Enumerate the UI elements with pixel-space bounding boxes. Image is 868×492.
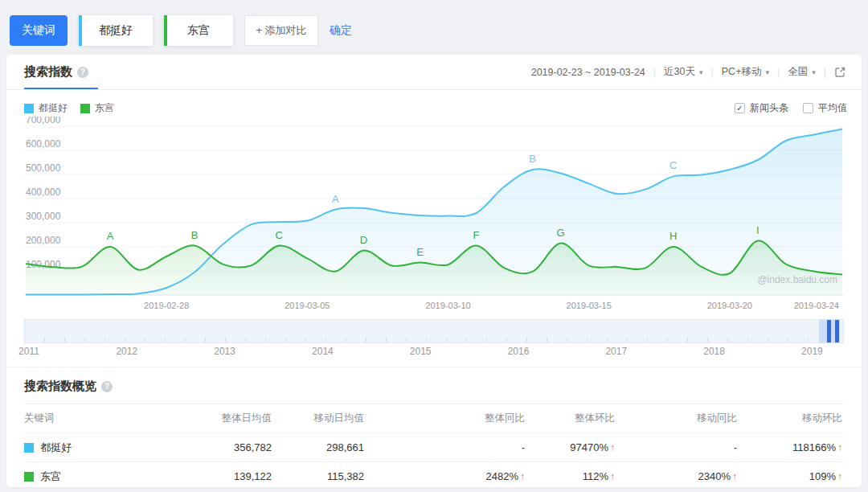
news-marker-东宫-A: A <box>107 230 114 242</box>
column-header: 整体同比 <box>366 412 526 425</box>
card-header: 搜索指数 ? 2019-02-23 ~ 2019-03-24 | 近30天 ▾ … <box>6 55 862 90</box>
value-cell: 109%↑ <box>739 470 844 482</box>
separator: | <box>711 67 714 78</box>
legend-swatch-blue <box>24 104 34 113</box>
value-cell: 298,661 <box>273 441 366 453</box>
chevron-down-icon: ▾ <box>765 68 769 76</box>
separator: | <box>824 67 826 78</box>
confirm-button[interactable]: 确定 <box>330 23 352 38</box>
timeline-year-2011: 2011 <box>18 346 39 357</box>
news-marker-东宫-F: F <box>473 229 480 241</box>
range-select[interactable]: 近30天 ▾ <box>664 65 702 79</box>
legend-label-1: 都挺好 <box>39 101 68 115</box>
help-icon[interactable]: ? <box>101 381 113 392</box>
keyword-color-swatch <box>24 472 34 482</box>
watermark: @index.baidu.com <box>757 274 837 285</box>
timeline-handle-left[interactable] <box>827 320 831 342</box>
legend-swatch-green <box>80 104 90 113</box>
column-header: 关键词 <box>24 412 177 425</box>
chevron-down-icon: ▾ <box>699 68 703 76</box>
tab-search-index[interactable]: 搜索指数 ? <box>24 55 88 89</box>
y-axis-tick-label: 500,000 <box>26 162 61 174</box>
legend-row: 都挺好 东宫 ✓ 新闻头条 平均值 <box>6 90 862 115</box>
news-marker-东宫-I: I <box>756 224 760 236</box>
separator: | <box>653 67 656 78</box>
value-cell: - <box>616 441 739 453</box>
news-headlines-label: 新闻头条 <box>750 101 788 115</box>
column-header: 移动同比 <box>616 412 739 425</box>
checkbox-checked-icon: ✓ <box>735 103 745 113</box>
overview-header-row: 关键词整体日均值移动日均值整体同比整体环比移动同比移动环比 <box>24 404 844 433</box>
news-marker-东宫-D: D <box>360 234 367 246</box>
table-row: 东宫139,122115,3822482%↑112%↑2340%↑109%↑ <box>24 461 844 487</box>
value-cell: 112%↑ <box>526 470 616 482</box>
column-header: 整体环比 <box>526 412 616 425</box>
x-axis-tick-label: 2019-03-24 <box>794 301 839 310</box>
y-axis-tick-label: 600,000 <box>26 138 61 150</box>
news-marker-东宫-G: G <box>557 227 565 239</box>
timeline-container: 201120122013201420152016201720182019 <box>6 319 862 360</box>
export-icon[interactable] <box>834 66 847 79</box>
up-arrow-icon: ↑ <box>732 471 737 482</box>
timeline-year-2015: 2015 <box>410 346 432 357</box>
overview-section: 搜索指数概览 ? 关键词整体日均值移动日均值整体同比整体环比移动同比移动环比都挺… <box>6 367 862 487</box>
timeline-ticks <box>25 338 843 342</box>
average-label: 平均值 <box>818 101 847 115</box>
keyword-input-2-value: 东宫 <box>187 23 210 38</box>
news-headlines-checkbox[interactable]: ✓ 新闻头条 <box>735 101 788 115</box>
chart-container: 100,000200,000300,000400,000500,000600,0… <box>6 117 862 318</box>
y-axis-tick-label: 700,000 <box>26 117 61 125</box>
timeline-year-2017: 2017 <box>605 346 627 357</box>
keyword-toolbar: 关键词 都挺好 东宫 + 添加对比 确定 <box>0 0 868 50</box>
active-tab-indicator <box>24 88 98 89</box>
legend-item-1[interactable]: 都挺好 <box>24 101 68 115</box>
timeline-slider-track[interactable] <box>24 319 844 343</box>
overview-title: 搜索指数概览 ? <box>24 379 844 404</box>
keyword-input-1-value: 都挺好 <box>99 23 133 38</box>
y-axis-tick-label: 400,000 <box>26 187 61 198</box>
average-checkbox[interactable]: 平均值 <box>803 101 847 115</box>
keyword-name: 都挺好 <box>40 441 72 455</box>
timeline-year-2018: 2018 <box>703 346 725 357</box>
help-icon[interactable]: ? <box>77 67 88 78</box>
up-arrow-icon: ↑ <box>837 471 842 482</box>
chart-legend: 都挺好 东宫 <box>24 101 114 115</box>
timeline-year-labels: 201120122013201420152016201720182019 <box>24 346 844 360</box>
value-cell: - <box>366 441 526 453</box>
column-header: 整体日均值 <box>177 412 273 425</box>
region-select[interactable]: 全国 ▾ <box>788 65 816 79</box>
page-title: 搜索指数 <box>24 64 72 80</box>
x-axis-tick-label: 2019-02-28 <box>144 301 189 310</box>
keyword-button[interactable]: 关键词 <box>10 15 68 46</box>
table-row: 都挺好356,782298,661-97470%↑-118166%↑ <box>24 433 844 461</box>
range-select-value: 近30天 <box>664 65 695 79</box>
news-marker-东宫-B: B <box>191 229 199 241</box>
separator: | <box>777 67 780 78</box>
value-cell: 2340%↑ <box>616 470 739 482</box>
keyword-input-1[interactable]: 都挺好 <box>79 15 153 46</box>
value-cell: 118166%↑ <box>739 441 844 453</box>
keyword-input-2[interactable]: 东宫 <box>164 15 233 46</box>
news-marker-东宫-E: E <box>416 246 424 258</box>
keyword-color-bar-2 <box>164 15 167 46</box>
overview-table: 关键词整体日均值移动日均值整体同比整体环比移动同比移动环比都挺好356,7822… <box>24 404 844 487</box>
timeline-handle-right[interactable] <box>835 320 839 342</box>
x-axis-tick-label: 2019-03-10 <box>425 301 470 310</box>
up-arrow-icon: ↑ <box>610 442 615 453</box>
legend-item-2[interactable]: 东宫 <box>80 101 114 115</box>
keyword-cell: 都挺好 <box>24 441 177 455</box>
search-index-chart[interactable]: 100,000200,000300,000400,000500,000600,0… <box>24 117 844 318</box>
add-compare-button[interactable]: + 添加对比 <box>244 15 318 46</box>
region-select-value: 全国 <box>788 65 808 79</box>
date-range-label[interactable]: 2019-02-23 ~ 2019-03-24 <box>531 67 645 78</box>
timeline-year-2016: 2016 <box>508 346 530 357</box>
x-axis-tick-label: 2019-03-20 <box>707 301 752 310</box>
column-header: 移动日均值 <box>273 412 366 425</box>
up-arrow-icon: ↑ <box>837 442 842 453</box>
header-controls: 2019-02-23 ~ 2019-03-24 | 近30天 ▾ | PC+移动… <box>531 65 847 79</box>
timeline-year-2019: 2019 <box>801 346 823 357</box>
up-arrow-icon: ↑ <box>610 471 615 482</box>
up-arrow-icon: ↑ <box>520 471 525 482</box>
device-select[interactable]: PC+移动 ▾ <box>722 65 769 79</box>
legend-label-2: 东宫 <box>95 101 114 115</box>
